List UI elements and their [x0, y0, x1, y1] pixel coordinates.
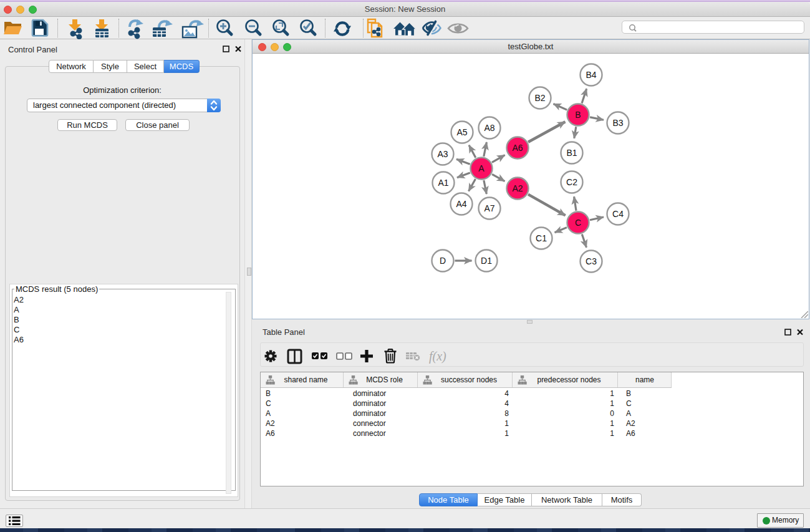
svg-text:A5: A5	[456, 127, 467, 137]
svg-text:C4: C4	[612, 209, 624, 219]
svg-text:shared name: shared name	[284, 375, 327, 384]
svg-text:4: 4	[504, 399, 509, 408]
svg-text:0: 0	[610, 409, 614, 418]
svg-text:1: 1	[610, 429, 614, 438]
svg-text:A4: A4	[456, 199, 466, 209]
svg-text:4: 4	[504, 389, 509, 398]
svg-text:name: name	[635, 375, 654, 384]
svg-text:A6: A6	[512, 143, 523, 153]
svg-text:1: 1	[504, 429, 509, 438]
svg-text:D: D	[440, 256, 446, 266]
svg-text:C: C	[266, 399, 271, 408]
svg-text:B4: B4	[586, 70, 596, 80]
svg-text:MCDS role: MCDS role	[366, 375, 403, 384]
svg-text:1: 1	[504, 419, 509, 428]
svg-text:dominator: dominator	[353, 389, 386, 398]
svg-text:A3: A3	[437, 149, 448, 159]
svg-text:predecessor nodes: predecessor nodes	[537, 375, 600, 384]
svg-text:connector: connector	[353, 419, 386, 428]
svg-text:dominator: dominator	[353, 409, 386, 418]
svg-text:C3: C3	[586, 256, 597, 266]
svg-text:C: C	[626, 399, 632, 408]
svg-text:A: A	[626, 409, 631, 418]
svg-text:D1: D1	[481, 256, 492, 266]
svg-text:1: 1	[610, 389, 614, 398]
svg-text:C1: C1	[536, 233, 547, 243]
svg-text:A: A	[266, 409, 271, 418]
svg-text:A6: A6	[266, 429, 275, 438]
svg-text:A2: A2	[626, 419, 635, 428]
svg-text:B2: B2	[534, 93, 545, 103]
svg-text:A7: A7	[484, 203, 494, 213]
svg-text:C: C	[575, 218, 581, 228]
svg-text:A: A	[478, 163, 485, 173]
svg-text:B1: B1	[566, 148, 577, 158]
svg-text:B3: B3	[612, 118, 623, 128]
svg-text:A2: A2	[266, 419, 275, 428]
svg-text:A1: A1	[438, 178, 448, 188]
svg-text:A6: A6	[626, 429, 635, 438]
svg-text:B: B	[626, 389, 631, 398]
svg-text:successor nodes: successor nodes	[441, 375, 497, 384]
svg-text:1: 1	[610, 399, 614, 408]
svg-text:A8: A8	[484, 123, 494, 133]
svg-text:A2: A2	[512, 183, 523, 193]
svg-text:f(x): f(x)	[429, 349, 446, 364]
svg-text:B: B	[266, 389, 271, 398]
svg-text:dominator: dominator	[353, 399, 386, 408]
svg-text:B: B	[575, 110, 581, 120]
svg-text:connector: connector	[353, 429, 386, 438]
svg-text:C2: C2	[566, 177, 577, 187]
svg-text:1: 1	[610, 419, 614, 428]
svg-text:8: 8	[504, 409, 509, 418]
